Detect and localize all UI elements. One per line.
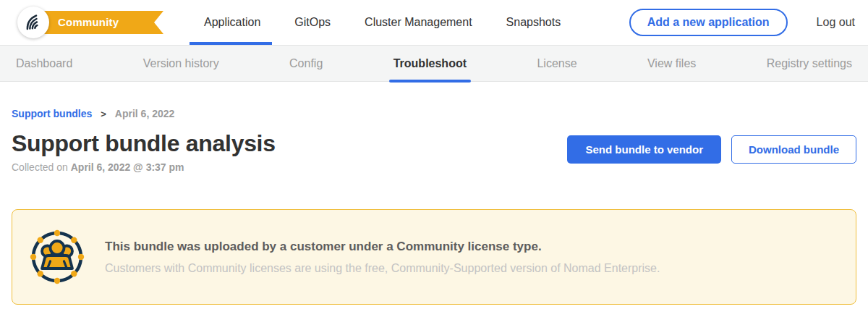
send-bundle-to-vendor-button[interactable]: Send bundle to vendor xyxy=(567,135,721,164)
title-row: Support bundle analysis Collected on Apr… xyxy=(12,131,856,173)
collected-prefix: Collected on xyxy=(12,161,71,173)
breadcrumb-separator: > xyxy=(101,109,106,119)
title-block: Support bundle analysis Collected on Apr… xyxy=(12,131,276,173)
bundle-actions: Send bundle to vendor Download bundle xyxy=(567,135,856,164)
tab-license[interactable]: License xyxy=(537,46,576,82)
top-navigation-bar: Community Edition Application GitOps Clu… xyxy=(0,0,868,45)
main-content: Support bundles > April 6, 2022 Support … xyxy=(0,108,868,305)
page-title: Support bundle analysis xyxy=(12,131,276,156)
alert-heading: This bundle was uploaded by a customer u… xyxy=(105,240,660,254)
primary-nav: Application GitOps Cluster Management Sn… xyxy=(204,0,561,45)
tab-troubleshoot[interactable]: Troubleshoot xyxy=(393,46,467,82)
add-new-application-button[interactable]: Add a new application xyxy=(629,9,788,36)
breadcrumb-support-bundles-link[interactable]: Support bundles xyxy=(12,108,92,119)
download-bundle-button[interactable]: Download bundle xyxy=(731,135,856,164)
alert-body: Customers with Community licenses are us… xyxy=(105,262,660,275)
nav-item-gitops[interactable]: GitOps xyxy=(294,0,331,45)
breadcrumb: Support bundles > April 6, 2022 xyxy=(12,108,856,119)
tab-version-history[interactable]: Version history xyxy=(143,46,219,82)
collected-timestamp: Collected on April 6, 2022 @ 3:37 pm xyxy=(12,161,276,173)
tab-config[interactable]: Config xyxy=(289,46,323,82)
tab-view-files[interactable]: View files xyxy=(647,46,696,82)
tab-registry-settings[interactable]: Registry settings xyxy=(767,46,852,82)
logout-link[interactable]: Log out xyxy=(817,16,855,29)
community-people-icon xyxy=(28,228,86,286)
collected-date: April 6, 2022 @ 3:37 pm xyxy=(71,161,184,173)
topnav-right-actions: Add a new application Log out xyxy=(629,9,868,36)
breadcrumb-current: April 6, 2022 xyxy=(115,108,175,119)
nav-item-application[interactable]: Application xyxy=(204,0,260,45)
nav-item-snapshots[interactable]: Snapshots xyxy=(506,0,561,45)
community-license-alert: This bundle was uploaded by a customer u… xyxy=(12,209,856,305)
replicated-logo-icon[interactable] xyxy=(17,7,49,38)
nav-item-cluster-management[interactable]: Cluster Management xyxy=(365,0,472,45)
app-sub-navigation: Dashboard Version history Config Trouble… xyxy=(0,45,868,82)
alert-text: This bundle was uploaded by a customer u… xyxy=(105,240,660,275)
tab-dashboard[interactable]: Dashboard xyxy=(16,46,72,82)
brand: Community Edition xyxy=(0,0,163,45)
